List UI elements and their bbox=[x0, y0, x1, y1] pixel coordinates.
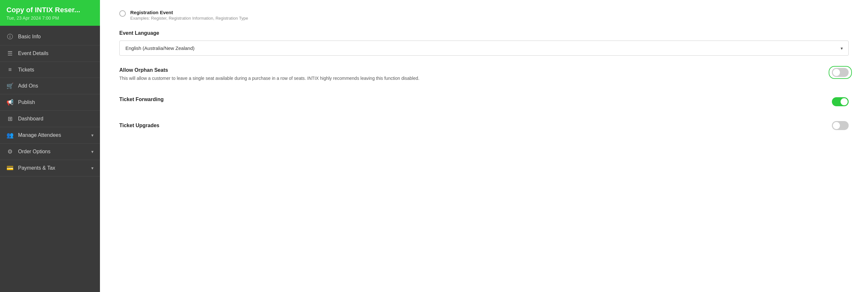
sidebar-item-label: Dashboard bbox=[18, 116, 43, 122]
orphan-seats-section: Allow Orphan Seats This will allow a cus… bbox=[119, 67, 849, 85]
sidebar-item-order-options[interactable]: ⚙ Order Options ▾ bbox=[0, 144, 100, 160]
ticket-upgrades-toggle[interactable] bbox=[832, 121, 849, 130]
sidebar-item-basic-info[interactable]: ⓘ Basic Info bbox=[0, 28, 100, 45]
event-language-section: Event Language English (Australia/New Ze… bbox=[119, 30, 849, 56]
ticket-forwarding-title: Ticket Forwarding bbox=[119, 97, 822, 102]
ticket-upgrades-title: Ticket Upgrades bbox=[119, 123, 159, 129]
sidebar-item-event-details[interactable]: ☰ Event Details bbox=[0, 45, 100, 62]
attendees-icon: 👥 bbox=[6, 132, 13, 139]
sidebar-item-label: Publish bbox=[18, 100, 35, 105]
orphan-seats-description: This will allow a customer to leave a si… bbox=[119, 75, 822, 82]
event-language-label: Event Language bbox=[119, 30, 849, 36]
sidebar-item-label: Event Details bbox=[18, 50, 49, 56]
registration-title: Registration Event bbox=[130, 10, 248, 15]
sidebar: Copy of INTIX Reser... Tue, 23 Apr 2024 … bbox=[0, 0, 100, 292]
sidebar-header: Copy of INTIX Reser... Tue, 23 Apr 2024 … bbox=[0, 0, 100, 26]
sidebar-item-tickets[interactable]: ≡ Tickets bbox=[0, 62, 100, 78]
payments-icon: 💳 bbox=[6, 165, 13, 172]
ticket-upgrades-section: Ticket Upgrades bbox=[119, 121, 849, 130]
ticket-forwarding-toggle[interactable] bbox=[832, 97, 849, 106]
sidebar-item-add-ons[interactable]: 🛒 Add Ons bbox=[0, 78, 100, 94]
ticket-forwarding-toggle-control bbox=[832, 97, 849, 106]
event-title: Copy of INTIX Reser... bbox=[6, 6, 94, 14]
event-details-icon: ☰ bbox=[6, 50, 13, 57]
info-icon: ⓘ bbox=[6, 33, 13, 41]
sidebar-item-payments-tax[interactable]: 💳 Payments & Tax ▾ bbox=[0, 160, 100, 176]
orphan-seats-toggle[interactable] bbox=[832, 68, 849, 77]
sidebar-item-label: Payments & Tax bbox=[18, 165, 55, 171]
sidebar-nav: ⓘ Basic Info ☰ Event Details ≡ Tickets 🛒… bbox=[0, 26, 100, 292]
orphan-seats-highlight bbox=[832, 68, 849, 77]
ticket-forwarding-section: Ticket Forwarding bbox=[119, 97, 849, 109]
sidebar-item-publish[interactable]: 📢 Publish bbox=[0, 94, 100, 111]
add-ons-icon: 🛒 bbox=[6, 82, 13, 89]
sidebar-item-label: Manage Attendees bbox=[18, 132, 61, 138]
main-content: Registration Event Examples: Register, R… bbox=[100, 0, 868, 292]
language-select[interactable]: English (Australia/New Zealand) English … bbox=[119, 41, 849, 56]
event-date: Tue, 23 Apr 2024 7:00 PM bbox=[6, 15, 94, 21]
sidebar-item-label: Add Ons bbox=[18, 83, 38, 89]
publish-icon: 📢 bbox=[6, 99, 13, 106]
dashboard-icon: ⊞ bbox=[6, 115, 13, 122]
orphan-seats-toggle-control bbox=[832, 68, 849, 77]
sidebar-item-label: Order Options bbox=[18, 149, 50, 154]
ticket-forwarding-text: Ticket Forwarding bbox=[119, 97, 832, 104]
registration-radio[interactable] bbox=[119, 10, 126, 17]
chevron-down-icon: ▾ bbox=[91, 149, 94, 154]
sidebar-item-manage-attendees[interactable]: 👥 Manage Attendees ▾ bbox=[0, 127, 100, 144]
order-options-icon: ⚙ bbox=[6, 148, 13, 155]
sidebar-item-label: Basic Info bbox=[18, 34, 41, 40]
sidebar-item-label: Tickets bbox=[18, 67, 34, 73]
registration-event-section: Registration Event Examples: Register, R… bbox=[119, 10, 849, 21]
orphan-seats-text: Allow Orphan Seats This will allow a cus… bbox=[119, 67, 832, 82]
chevron-down-icon: ▾ bbox=[91, 133, 94, 138]
toggle-thumb bbox=[833, 122, 840, 129]
chevron-down-icon: ▾ bbox=[91, 166, 94, 171]
orphan-seats-title: Allow Orphan Seats bbox=[119, 67, 822, 73]
sidebar-item-dashboard[interactable]: ⊞ Dashboard bbox=[0, 111, 100, 127]
language-select-wrapper: English (Australia/New Zealand) English … bbox=[119, 41, 849, 56]
tickets-icon: ≡ bbox=[6, 66, 13, 73]
registration-subtitle: Examples: Register, Registration Informa… bbox=[130, 16, 248, 21]
toggle-thumb bbox=[841, 98, 848, 105]
toggle-thumb bbox=[833, 69, 840, 76]
